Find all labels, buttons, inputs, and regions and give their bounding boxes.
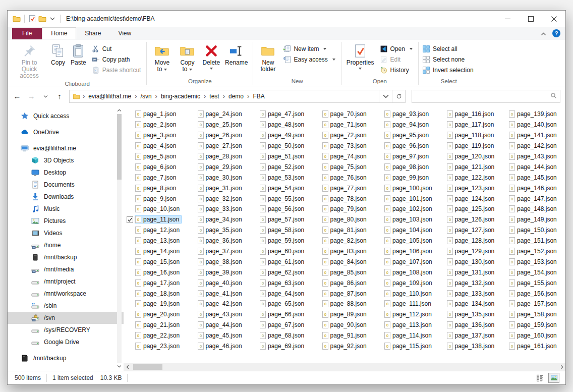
recent-locations-icon[interactable] bbox=[39, 90, 52, 103]
file-item[interactable]: 0page_159.json bbox=[500, 320, 563, 330]
file-item[interactable]: 0page_43.json bbox=[189, 309, 252, 320]
file-item[interactable]: 0page_41.json bbox=[189, 288, 252, 299]
file-item[interactable]: 0page_86.json bbox=[314, 277, 376, 288]
qat-new-folder-icon[interactable] bbox=[37, 14, 47, 24]
large-icons-view-icon[interactable] bbox=[548, 373, 559, 383]
rename-button[interactable]: Rename bbox=[223, 42, 250, 67]
tab-home[interactable]: Home bbox=[42, 27, 76, 39]
select-all-button[interactable]: Select all bbox=[421, 43, 477, 54]
file-item[interactable]: 0page_137.json bbox=[438, 330, 501, 341]
file-item[interactable]: 0page_20.json bbox=[127, 309, 189, 320]
sidebar-item-mnt-backup[interactable]: /mnt/backup bbox=[8, 352, 124, 364]
file-item[interactable]: 0page_27.json bbox=[189, 141, 252, 151]
file-item[interactable]: 0page_112.json bbox=[376, 309, 438, 320]
file-item[interactable]: 0page_63.json bbox=[251, 277, 314, 288]
file-item[interactable]: 0page_109.json bbox=[376, 277, 438, 288]
file-item[interactable]: 0page_161.json bbox=[500, 341, 563, 352]
file-item[interactable]: 0page_51.json bbox=[251, 151, 314, 162]
file-item[interactable]: 0page_8.json bbox=[127, 183, 189, 193]
file-item[interactable]: 0page_81.json bbox=[314, 225, 376, 236]
file-item[interactable]: 0page_16.json bbox=[127, 267, 189, 277]
breadcrumb-item-svn[interactable]: /svn bbox=[138, 93, 155, 100]
file-item[interactable]: 0page_25.json bbox=[189, 120, 252, 130]
file-item[interactable]: 0page_14.json bbox=[127, 246, 189, 257]
file-item[interactable]: 0page_152.json bbox=[500, 246, 563, 257]
file-item[interactable]: 0page_127.json bbox=[438, 225, 501, 236]
search-box[interactable] bbox=[412, 90, 560, 103]
file-item[interactable]: 0page_55.json bbox=[251, 193, 314, 204]
file-item[interactable]: 0page_120.json bbox=[438, 151, 501, 162]
tab-view[interactable]: View bbox=[109, 28, 140, 39]
file-item[interactable]: 0page_35.json bbox=[189, 225, 252, 236]
sidebar-item-desktop[interactable]: Desktop bbox=[8, 166, 124, 179]
file-item[interactable]: 0page_42.json bbox=[189, 299, 252, 309]
file-item[interactable]: 0page_32.json bbox=[189, 193, 252, 204]
file-item[interactable]: 0page_85.json bbox=[314, 267, 376, 277]
file-item[interactable]: 0page_38.json bbox=[189, 256, 252, 267]
file-item[interactable]: 0page_123.json bbox=[438, 183, 501, 193]
file-item[interactable]: 0page_108.json bbox=[376, 267, 438, 277]
file-item[interactable]: 0page_134.json bbox=[438, 299, 501, 309]
file-item[interactable]: 0page_72.json bbox=[314, 130, 376, 141]
sidebar-item-evia-lilithaf-me[interactable]: evia@lilithaf.me bbox=[8, 142, 124, 154]
file-item[interactable]: 0page_3.json bbox=[127, 130, 189, 141]
forward-icon[interactable]: → bbox=[25, 90, 38, 103]
file-item[interactable]: 0page_138.json bbox=[438, 341, 501, 352]
file-item[interactable]: 0page_145.json bbox=[500, 172, 563, 183]
file-item[interactable]: 0page_12.json bbox=[127, 225, 189, 236]
file-item[interactable]: 0page_101.json bbox=[376, 193, 438, 204]
sidebar-item-onedrive[interactable]: OneDrive bbox=[8, 126, 124, 138]
file-item[interactable]: 0page_19.json bbox=[127, 299, 189, 309]
file-item[interactable]: 0page_29.json bbox=[189, 161, 252, 172]
file-item[interactable]: 0page_119.json bbox=[438, 141, 501, 151]
file-item[interactable]: 0page_128.json bbox=[438, 236, 501, 246]
file-item[interactable]: 0page_131.json bbox=[438, 267, 501, 277]
file-item[interactable]: 0page_83.json bbox=[314, 246, 376, 257]
file-item[interactable]: 0page_60.json bbox=[251, 246, 314, 257]
file-item[interactable]: 0page_21.json bbox=[127, 320, 189, 330]
file-item[interactable]: 0page_40.json bbox=[189, 277, 252, 288]
file-item[interactable]: 0page_9.json bbox=[127, 193, 189, 204]
address-bar[interactable]: ›evia@lilithaf.me›/svn›bing-academic›tes… bbox=[69, 90, 406, 103]
file-item[interactable]: 0page_136.json bbox=[438, 320, 501, 330]
sidebar-scrollbar[interactable] bbox=[116, 107, 123, 370]
sidebar-item-videos[interactable]: Videos bbox=[8, 227, 124, 239]
file-item[interactable]: 0page_26.json bbox=[189, 130, 252, 141]
new-folder-button[interactable]: New folder bbox=[256, 42, 279, 73]
file-item[interactable]: 0page_117.json bbox=[438, 120, 501, 130]
sidebar-item-home[interactable]: /home bbox=[8, 239, 124, 251]
file-item[interactable]: 0page_132.json bbox=[438, 277, 501, 288]
file-item[interactable]: 0page_149.json bbox=[500, 214, 563, 225]
file-item[interactable]: 0page_158.json bbox=[500, 309, 563, 320]
copy-path-button[interactable]: Copy path bbox=[91, 54, 144, 65]
file-item[interactable]: 0page_67.json bbox=[251, 320, 314, 330]
file-item[interactable]: 0page_111.json bbox=[376, 299, 438, 309]
history-button[interactable]: History bbox=[379, 65, 416, 75]
file-item[interactable]: 0page_1.json bbox=[127, 109, 189, 120]
breadcrumb-item-test[interactable]: test bbox=[206, 93, 222, 100]
file-item[interactable]: 0page_98.json bbox=[376, 161, 438, 172]
file-item[interactable]: 0page_22.json bbox=[127, 330, 189, 341]
sidebar-item-mnt-workspace[interactable]: /mnt/workspace bbox=[8, 288, 124, 300]
file-item[interactable]: 0page_10.json bbox=[127, 204, 189, 214]
file-item[interactable]: 0page_142.json bbox=[500, 141, 563, 151]
file-item[interactable]: 0page_87.json bbox=[314, 288, 376, 299]
cut-button[interactable]: Cut bbox=[91, 43, 144, 54]
file-item[interactable]: 0page_75.json bbox=[314, 161, 376, 172]
file-item[interactable]: 0page_78.json bbox=[314, 193, 376, 204]
file-item[interactable]: 0page_104.json bbox=[376, 225, 438, 236]
file-item[interactable]: 0page_79.json bbox=[314, 204, 376, 214]
copy-button[interactable]: Copy bbox=[48, 42, 68, 67]
file-item[interactable]: 0page_76.json bbox=[314, 172, 376, 183]
file-item[interactable]: 0page_93.json bbox=[376, 109, 438, 120]
file-item[interactable]: 0page_144.json bbox=[500, 161, 563, 172]
file-item[interactable]: 0page_11.json bbox=[127, 214, 189, 225]
file-item[interactable]: 0page_59.json bbox=[251, 236, 314, 246]
scroll-left-icon[interactable] bbox=[124, 363, 131, 371]
minimize-icon[interactable] bbox=[496, 11, 519, 27]
file-item[interactable]: 0page_73.json bbox=[314, 141, 376, 151]
sidebar-item-pictures[interactable]: Pictures bbox=[8, 215, 124, 227]
file-item[interactable]: 0page_100.json bbox=[376, 183, 438, 193]
file-item[interactable]: 0page_13.json bbox=[127, 236, 189, 246]
invert-selection-button[interactable]: Invert selection bbox=[421, 65, 477, 75]
